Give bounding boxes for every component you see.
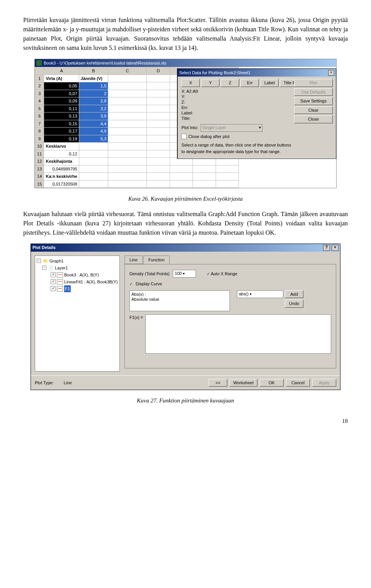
autox-label: Auto X Range — [211, 271, 237, 276]
plot-item-3-check[interactable] — [51, 286, 56, 291]
defaults-button[interactable]: Use Defaults — [294, 88, 333, 96]
dialog-title: Select Data for Plotting Book3:Sheet1 — [179, 70, 250, 76]
plot-button[interactable]: Plot — [294, 79, 333, 87]
col-d[interactable]: D — [147, 67, 170, 75]
excel-icon — [36, 60, 42, 66]
add-button[interactable]: Add — [285, 290, 303, 298]
tab-line[interactable]: Line — [124, 256, 143, 264]
figure-excel-origin: Book3 - U:\Opetuksen kehittäminen\Uusitu… — [34, 59, 337, 188]
save-settings-button[interactable]: Save Settings — [294, 97, 333, 105]
display-curve-label: Display Curve — [136, 281, 162, 287]
plot-icon — [57, 272, 63, 278]
page-number: 18 — [23, 417, 348, 426]
caption-1: Kuva 26. Kuvaajan piirtäminen Excel-työk… — [23, 194, 348, 203]
workbook-title: Book3 - U:\Opetuksen kehittäminen\Uusitu… — [44, 60, 166, 66]
close-icon[interactable]: × — [328, 70, 334, 76]
plot-type-label: Plot Type: — [35, 380, 54, 386]
f1-label: F1(x) = — [129, 314, 143, 321]
close-after-plot-checkbox[interactable] — [181, 134, 187, 139]
figure-plot-details: Plot Details ? × −📁 Graph1 −📄 Layer1 Boo… — [31, 244, 340, 390]
autox-checkbox[interactable] — [207, 271, 210, 276]
y-button[interactable]: Y — [201, 79, 220, 87]
ok-button[interactable]: OK — [260, 379, 284, 387]
plot-tree[interactable]: −📁 Graph1 −📄 Layer1 Book3 : A(X), B(Y) L… — [35, 256, 120, 372]
expand-button[interactable]: >> — [209, 379, 227, 387]
x-button[interactable]: X — [181, 79, 200, 87]
apply-button[interactable]: Apply — [312, 379, 336, 387]
abs-func-select[interactable]: abs() — [237, 290, 283, 298]
hint-1: Select a range of data, then click one o… — [181, 142, 333, 148]
function-icon — [57, 286, 63, 291]
plot-item-2-check[interactable] — [51, 279, 56, 284]
hint-2: to designate the appropriate data type f… — [181, 148, 333, 155]
density-input[interactable]: 100 — [173, 270, 196, 278]
tab-function[interactable]: Function — [143, 256, 170, 264]
f1-textarea[interactable] — [145, 314, 331, 354]
col-c[interactable]: C — [108, 67, 147, 75]
workbook-titlebar: Book3 - U:\Opetuksen kehittäminen\Uusitu… — [35, 59, 336, 67]
plot-details-title: Plot Details — [32, 244, 56, 251]
paragraph-1: Piirretään kuvaaja jännitteestä virran f… — [23, 15, 348, 53]
clear-button[interactable]: Clear — [294, 106, 333, 114]
dialog-titlebar: Select Data for Plotting Book3:Sheet1 × — [177, 69, 336, 77]
cancel-button[interactable]: Cancel — [286, 379, 310, 387]
err-button[interactable]: Err — [240, 79, 259, 87]
close-icon[interactable]: × — [332, 245, 339, 251]
density-label: Density (Total Points) — [129, 271, 170, 277]
plot-into-label: Plot Into: — [181, 124, 198, 131]
help-icon[interactable]: ? — [323, 245, 330, 251]
plot-type-value: Line — [64, 380, 72, 386]
paragraph-2: Kuvaajaan halutaan vielä piirtää virhesu… — [23, 210, 348, 237]
plot-into-select[interactable]: Single Layer — [201, 124, 262, 132]
col-a[interactable]: A — [44, 67, 79, 75]
plot-icon — [57, 279, 63, 285]
corner-cell[interactable] — [35, 67, 44, 75]
undo-button[interactable]: Undo — [285, 300, 303, 308]
z-button[interactable]: Z — [221, 79, 239, 87]
close-after-plot-label: Close dialog after plot — [188, 133, 229, 140]
display-curve-checkbox[interactable] — [129, 281, 133, 287]
col-b[interactable]: B — [79, 67, 108, 75]
plot-details-titlebar: Plot Details ? × — [31, 244, 340, 252]
worksheet-button[interactable]: Worksheet — [230, 379, 257, 387]
label-button[interactable]: Label — [260, 79, 279, 87]
select-data-dialog: Select Data for Plotting Book3:Sheet1 × … — [177, 68, 336, 159]
abs-infobox: Abs(x) : Absolute value — [129, 290, 230, 311]
close-button[interactable]: Close — [294, 115, 333, 123]
plot-item-1-check[interactable] — [51, 272, 56, 277]
caption-2: Kuva 27. Funktion piirtäminen kuvaajaan — [23, 396, 348, 405]
